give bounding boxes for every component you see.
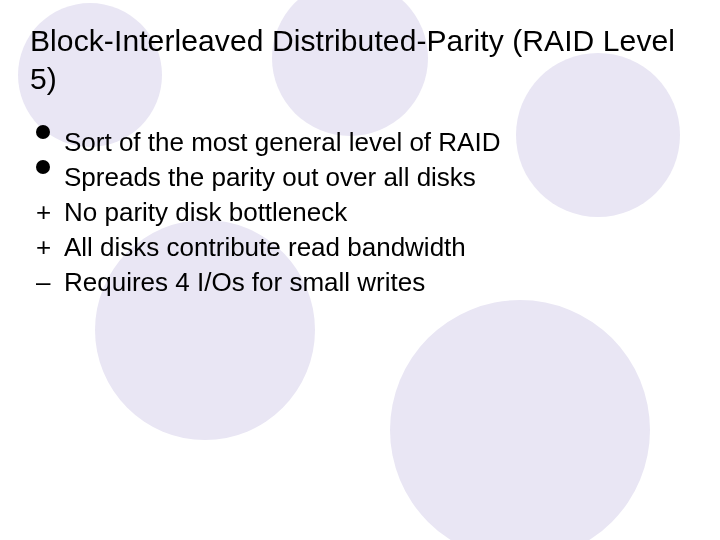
bullet-list: Sort of the most general level of RAID S… <box>30 125 690 300</box>
list-item-text: All disks contribute read bandwidth <box>64 232 466 262</box>
list-item: + All disks contribute read bandwidth <box>36 230 690 265</box>
list-item: Sort of the most general level of RAID <box>36 125 690 160</box>
list-item: – Requires 4 I/Os for small writes <box>36 265 690 300</box>
list-item-text: Spreads the parity out over all disks <box>64 162 476 192</box>
decor-circle <box>390 300 650 540</box>
minus-icon: – <box>36 265 58 300</box>
slide-content: Block-Interleaved Distributed-Parity (RA… <box>0 0 720 300</box>
plus-icon: + <box>36 230 58 265</box>
list-item: + No parity disk bottleneck <box>36 195 690 230</box>
list-item-text: Sort of the most general level of RAID <box>64 127 500 157</box>
list-item: Spreads the parity out over all disks <box>36 160 690 195</box>
plus-icon: + <box>36 195 58 230</box>
bullet-dot-icon <box>36 160 50 174</box>
list-item-text: No parity disk bottleneck <box>64 197 347 227</box>
list-item-text: Requires 4 I/Os for small writes <box>64 267 425 297</box>
slide-title: Block-Interleaved Distributed-Parity (RA… <box>30 22 690 97</box>
bullet-dot-icon <box>36 125 50 139</box>
